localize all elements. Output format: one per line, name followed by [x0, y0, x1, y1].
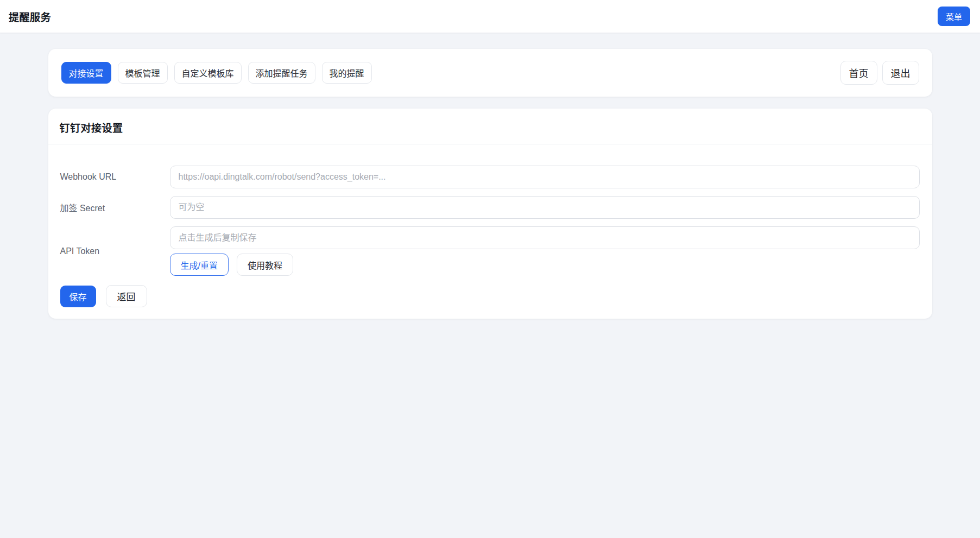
api-token-input[interactable] — [170, 226, 920, 249]
webhook-url-input[interactable] — [170, 166, 920, 188]
settings-card-header: 钉钉对接设置 — [48, 109, 932, 144]
api-token-input-wrap — [170, 226, 920, 249]
api-token-label: API Token — [60, 246, 170, 256]
tab-custom-template-library[interactable]: 自定义模板库 — [174, 62, 242, 84]
tab-template-management[interactable]: 模板管理 — [118, 62, 168, 84]
nav-tabs: 对接设置 模板管理 自定义模板库 添加提醒任务 我的提醒 — [61, 62, 372, 84]
tab-my-reminders[interactable]: 我的提醒 — [322, 62, 372, 84]
form-actions: 保存 返回 — [60, 285, 920, 307]
secret-label: 加签 Secret — [60, 201, 170, 214]
api-token-buttons: 生成/重置 使用教程 — [170, 254, 920, 276]
webhook-url-row: Webhook URL — [60, 166, 920, 188]
topbar: 提醒服务 菜单 — [0, 0, 980, 33]
settings-card-title: 钉钉对接设置 — [60, 120, 920, 135]
api-token-field-stack: 生成/重置 使用教程 — [170, 226, 920, 276]
back-button[interactable]: 返回 — [106, 285, 147, 307]
webhook-url-label: Webhook URL — [60, 172, 170, 182]
tutorial-button[interactable]: 使用教程 — [237, 254, 293, 276]
tab-connection-settings[interactable]: 对接设置 — [61, 62, 111, 84]
page-container: 对接设置 模板管理 自定义模板库 添加提醒任务 我的提醒 首页 退出 钉钉对接设… — [48, 49, 932, 319]
api-token-row: API Token 生成/重置 使用教程 — [60, 226, 920, 276]
nav-right-actions: 首页 退出 — [840, 61, 919, 85]
menu-button[interactable]: 菜单 — [938, 7, 970, 26]
app-title: 提醒服务 — [9, 9, 51, 24]
secret-input[interactable] — [170, 196, 920, 219]
logout-button[interactable]: 退出 — [882, 61, 919, 85]
generate-reset-button[interactable]: 生成/重置 — [170, 254, 229, 276]
save-button[interactable]: 保存 — [60, 286, 96, 307]
nav-card: 对接设置 模板管理 自定义模板库 添加提醒任务 我的提醒 首页 退出 — [48, 49, 932, 97]
home-button[interactable]: 首页 — [840, 61, 877, 85]
secret-row: 加签 Secret — [60, 196, 920, 219]
dingtalk-settings-card: 钉钉对接设置 Webhook URL 加签 Secret API Token 生… — [48, 109, 932, 319]
settings-form: Webhook URL 加签 Secret API Token 生成/重置 使用… — [48, 144, 932, 319]
tab-add-reminder-task[interactable]: 添加提醒任务 — [248, 62, 315, 84]
